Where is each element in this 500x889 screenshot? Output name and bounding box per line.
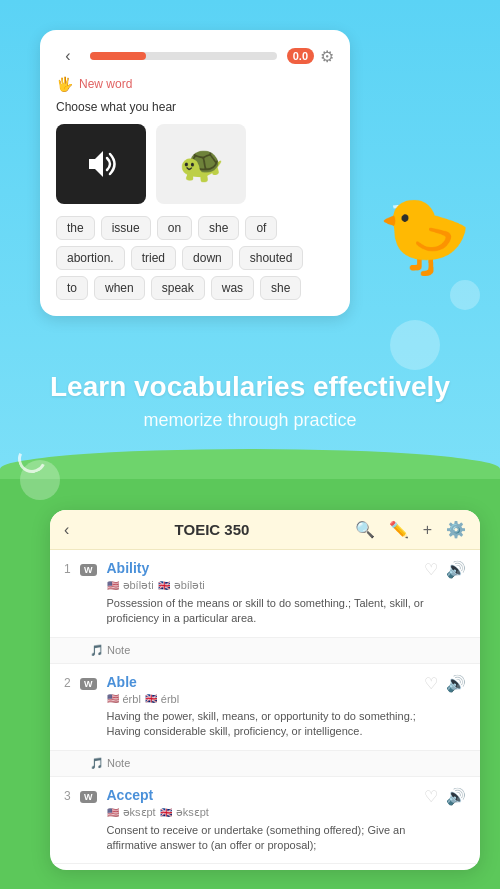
chip-abortion[interactable]: abortion.	[56, 246, 125, 270]
note-row-1[interactable]: 🎵 Note	[50, 638, 480, 664]
progress-badge: 0.0	[287, 48, 314, 64]
vocab-pron-accept: 🇺🇸 əksɛpt 🇬🇧 əksɛpt	[107, 806, 425, 819]
chip-when[interactable]: when	[94, 276, 145, 300]
pron-uk-2: érbl	[161, 693, 179, 705]
vocab-num-2: 2	[64, 676, 80, 690]
vocab-word-accept: Accept	[107, 787, 425, 803]
vocab-def-able: Having the power, skill, means, or oppor…	[107, 709, 425, 740]
flag-us-2: 🇺🇸	[107, 693, 119, 704]
speaker-button-2[interactable]: 🔊	[446, 674, 466, 693]
level-badge-1: W	[80, 564, 97, 576]
edit-button[interactable]: ✏️	[389, 520, 409, 539]
image-options-row: 🐢	[56, 124, 334, 204]
chip-tried[interactable]: tried	[131, 246, 176, 270]
vocab-word-able: Able	[107, 674, 425, 690]
vocab-def-ability: Possession of the means or skill to do s…	[107, 596, 425, 627]
heart-button-1[interactable]: ♡	[424, 560, 438, 579]
vocab-actions-2: ♡ 🔊	[424, 674, 466, 693]
vocab-pron-ability: 🇺🇸 əbíləti 🇬🇧 əbíləti	[107, 579, 425, 592]
card1-header: ‹ 0.0 ⚙	[56, 44, 334, 68]
card2-title: TOEIC 350	[175, 521, 250, 538]
new-word-label: 🖐️ New word	[56, 76, 334, 92]
pron-us-3: əksɛpt	[123, 806, 156, 819]
progress-bar	[90, 52, 277, 60]
turtle-emoji: 🐢	[179, 143, 224, 185]
vocab-actions-1: ♡ 🔊	[424, 560, 466, 579]
chick-character: 🐤	[370, 170, 480, 300]
chip-speak[interactable]: speak	[151, 276, 205, 300]
tagline-sub: memorize through practice	[20, 410, 480, 431]
card2-actions: 🔍 ✏️ + ⚙️	[355, 520, 466, 539]
level-badge-3: W	[80, 791, 97, 803]
speaker-button-3[interactable]: 🔊	[446, 787, 466, 806]
turtle-option[interactable]: 🐢	[156, 124, 246, 204]
pron-uk-1: əbíləti	[174, 579, 205, 592]
vocabulary-list-card: ‹ TOEIC 350 🔍 ✏️ + ⚙️ 1 W Ability 🇺🇸 əbí…	[50, 510, 480, 870]
vocabulary-list: 1 W Ability 🇺🇸 əbíləti 🇬🇧 əbíləti Posses…	[50, 550, 480, 864]
chip-the[interactable]: the	[56, 216, 95, 240]
level-badge-2: W	[80, 678, 97, 690]
vocab-content-able: Able 🇺🇸 érbl 🇬🇧 érbl Having the power, s…	[107, 674, 425, 740]
speaker-button-1[interactable]: 🔊	[446, 560, 466, 579]
pron-us-1: əbíləti	[123, 579, 154, 592]
vocab-num-3: 3	[64, 789, 80, 803]
flag-us-3: 🇺🇸	[107, 807, 119, 818]
chip-she2[interactable]: she	[260, 276, 301, 300]
vocab-item-able: 2 W Able 🇺🇸 érbl 🇬🇧 érbl Having the powe…	[50, 664, 480, 751]
vocab-actions-3: ♡ 🔊	[424, 787, 466, 806]
chip-of[interactable]: of	[245, 216, 277, 240]
word-chips-container: the issue on she of abortion. tried down…	[56, 216, 334, 300]
chip-down[interactable]: down	[182, 246, 233, 270]
settings-button[interactable]: ⚙️	[446, 520, 466, 539]
add-button[interactable]: +	[423, 521, 432, 539]
choose-instruction: Choose what you hear	[56, 100, 334, 114]
vocab-pron-able: 🇺🇸 érbl 🇬🇧 érbl	[107, 693, 425, 705]
vocab-item-ability: 1 W Ability 🇺🇸 əbíləti 🇬🇧 əbíləti Posses…	[50, 550, 480, 638]
chip-she[interactable]: she	[198, 216, 239, 240]
vocab-word-ability: Ability	[107, 560, 425, 576]
flag-uk-3: 🇬🇧	[160, 807, 172, 818]
vocab-content-ability: Ability 🇺🇸 əbíləti 🇬🇧 əbíləti Possession…	[107, 560, 425, 627]
chip-was[interactable]: was	[211, 276, 254, 300]
chip-issue[interactable]: issue	[101, 216, 151, 240]
card2-back-button[interactable]: ‹	[64, 521, 69, 539]
heart-button-2[interactable]: ♡	[424, 674, 438, 693]
search-button[interactable]: 🔍	[355, 520, 375, 539]
heart-button-3[interactable]: ♡	[424, 787, 438, 806]
tagline-main: Learn vocabularies effectively	[20, 370, 480, 404]
progress-bar-fill	[90, 52, 146, 60]
flag-uk-1: 🇬🇧	[158, 580, 170, 591]
listening-exercise-card: ‹ 0.0 ⚙ 🖐️ New word Choose what you hear…	[40, 30, 350, 316]
deco-circle-1	[390, 320, 440, 370]
flag-us-1: 🇺🇸	[107, 580, 119, 591]
back-button[interactable]: ‹	[56, 44, 80, 68]
chip-on[interactable]: on	[157, 216, 192, 240]
chip-to[interactable]: to	[56, 276, 88, 300]
vocab-num-1: 1	[64, 562, 80, 576]
hand-icon: 🖐️	[56, 76, 73, 92]
pron-us-2: érbl	[123, 693, 141, 705]
vocab-content-accept: Accept 🇺🇸 əksɛpt 🇬🇧 əksɛpt Consent to re…	[107, 787, 425, 854]
note-row-2[interactable]: 🎵 Note	[50, 751, 480, 777]
chip-shouted[interactable]: shouted	[239, 246, 304, 270]
settings-icon[interactable]: ⚙	[320, 47, 334, 66]
flag-uk-2: 🇬🇧	[145, 693, 157, 704]
sound-option[interactable]	[56, 124, 146, 204]
vocab-item-accept: 3 W Accept 🇺🇸 əksɛpt 🇬🇧 əksɛpt Consent t…	[50, 777, 480, 865]
pron-uk-3: əksɛpt	[176, 806, 209, 819]
tagline-section: Learn vocabularies effectively memorize …	[0, 370, 500, 431]
vocab-def-accept: Consent to receive or undertake (somethi…	[107, 823, 425, 854]
card2-header: ‹ TOEIC 350 🔍 ✏️ + ⚙️	[50, 510, 480, 550]
new-word-text: New word	[79, 77, 132, 91]
